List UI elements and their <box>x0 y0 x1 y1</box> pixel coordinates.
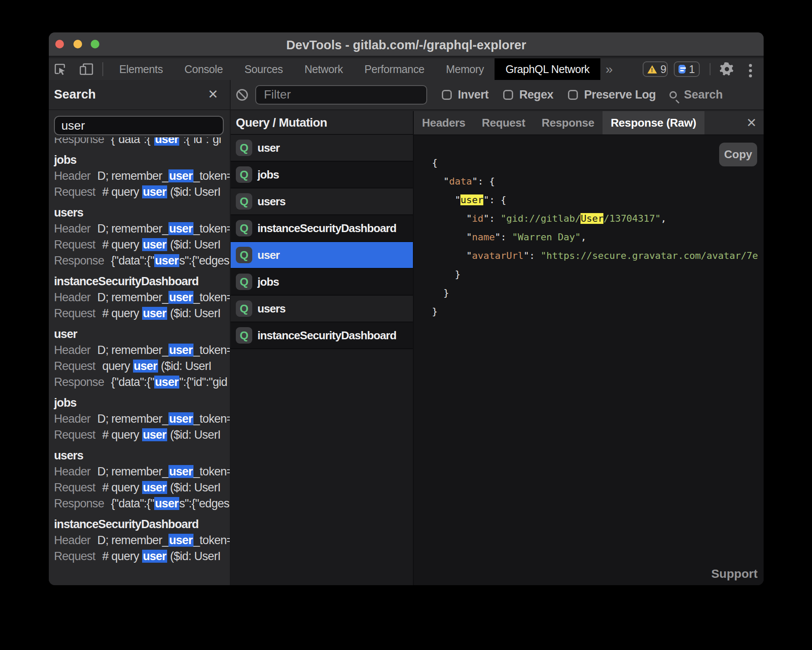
checkbox-box[interactable] <box>442 90 452 100</box>
result-group-title: instanceSecurityDashboard <box>54 516 230 532</box>
response-panel: HeadersRequestResponseResponse (Raw)✕ Co… <box>414 111 764 585</box>
result-line[interactable]: Request# query user ($id: UserI <box>54 548 230 564</box>
window-title: DevTools - gitlab.com/-/graphql-explorer <box>49 38 764 52</box>
tab-memory[interactable]: Memory <box>435 58 495 80</box>
response-close-icon[interactable]: ✕ <box>746 111 757 134</box>
result-line-label: Response <box>54 497 104 510</box>
result-line[interactable]: Request# query user ($id: UserI <box>54 427 230 443</box>
messages-badge[interactable]: 1 <box>674 61 700 77</box>
result-line-label: Response <box>54 137 104 146</box>
result-line[interactable]: Response{"data":{"users":{"edges <box>54 496 230 512</box>
response-tab-request[interactable]: Request <box>474 111 533 134</box>
inspect-element-icon[interactable] <box>54 63 67 76</box>
result-line-value: D; remember_user_token=ey <box>97 291 230 304</box>
settings-gear-icon[interactable] <box>720 62 734 76</box>
filter-input[interactable] <box>255 85 427 105</box>
checkbox-regex[interactable]: Regex <box>503 88 553 102</box>
response-tab-response[interactable]: Response <box>533 111 603 134</box>
query-item-instanceSecurityDashboard[interactable]: QinstanceSecurityDashboard <box>231 215 413 242</box>
result-line[interactable]: HeaderD; remember_user_token=ey <box>54 411 230 427</box>
checkbox-box[interactable] <box>503 90 513 100</box>
tab-sources[interactable]: Sources <box>234 58 294 80</box>
json-view: { "data": { "user": { "id": "gid://gitla… <box>432 153 758 321</box>
result-line[interactable]: HeaderD; remember_user_token=ey <box>54 168 230 184</box>
result-line-label: Header <box>54 534 90 547</box>
result-line-label: Request <box>54 428 95 441</box>
result-line[interactable]: HeaderD; remember_user_token=ey <box>54 221 230 237</box>
result-line-value: {"data":{"user":{"id":"gid <box>111 376 227 389</box>
result-line-value: # query user ($id: UserI <box>102 550 221 563</box>
result-group-title: jobs <box>54 395 230 411</box>
tab-console[interactable]: Console <box>174 58 234 80</box>
result-line[interactable]: HeaderD; remember_user_token=ey <box>54 290 230 306</box>
result-line[interactable]: HeaderD; remember_user_token=ey <box>54 532 230 548</box>
result-line-value: query user ($id: UserI <box>102 360 212 373</box>
query-item-label: user <box>257 141 279 155</box>
more-tabs-icon[interactable]: » <box>600 58 613 80</box>
support-link[interactable]: Support <box>711 567 758 581</box>
search-panel-close-icon[interactable]: ✕ <box>208 87 218 102</box>
result-line-value: D; remember_user_token=ey <box>97 222 230 235</box>
result-line-label: Header <box>54 465 90 478</box>
result-line[interactable]: HeaderD; remember_user_token=ey <box>54 342 230 358</box>
devtools-main: Search ✕ Response{"data":{"user":{"id":"… <box>49 80 764 585</box>
query-item-label: instanceSecurityDashboard <box>257 329 396 342</box>
result-line[interactable]: HeaderD; remember_user_token=ey <box>54 464 230 480</box>
response-tab-response-raw-[interactable]: Response (Raw) <box>603 111 704 134</box>
query-badge-icon: Q <box>236 247 252 263</box>
response-tab-headers[interactable]: Headers <box>414 111 474 134</box>
query-item-user[interactable]: Quser <box>231 242 413 269</box>
tab-graphql-network[interactable]: GraphQL Network <box>495 58 600 80</box>
result-group: instanceSecurityDashboardHeaderD; rememb… <box>54 516 230 564</box>
devtools-window: DevTools - gitlab.com/-/graphql-explorer… <box>49 32 764 585</box>
result-line-label: Request <box>54 238 95 251</box>
clear-icon[interactable] <box>236 89 248 101</box>
tab-network[interactable]: Network <box>294 58 354 80</box>
tab-elements[interactable]: Elements <box>108 58 174 80</box>
result-line[interactable]: Requestquery user ($id: UserI <box>54 358 230 374</box>
search-input-row <box>49 110 230 137</box>
result-line-label: Header <box>54 412 90 425</box>
result-line-label: Response <box>54 376 104 389</box>
result-line[interactable]: Request# query user ($id: UserI <box>54 237 230 253</box>
result-line[interactable]: Response{"data":{"user":{"id":"gid <box>54 374 230 390</box>
checkbox-label: Preserve Log <box>584 88 656 102</box>
result-line-label: Request <box>54 481 95 494</box>
query-item-jobs[interactable]: Qjobs <box>231 269 413 296</box>
warnings-badge[interactable]: 9 <box>643 61 668 77</box>
result-line[interactable]: Request# query user ($id: UserI <box>54 306 230 322</box>
search-panel-title: Search <box>54 87 96 102</box>
device-toolbar-icon[interactable] <box>79 63 94 76</box>
more-options-icon[interactable] <box>749 62 752 80</box>
response-tabs: HeadersRequestResponseResponse (Raw)✕ <box>414 111 764 135</box>
query-item-jobs[interactable]: Qjobs <box>231 162 413 188</box>
query-item-users[interactable]: Qusers <box>231 188 413 215</box>
checkbox-invert[interactable]: Invert <box>442 88 488 102</box>
query-item-label: instanceSecurityDashboard <box>257 222 396 235</box>
query-item-user[interactable]: Quser <box>231 135 413 162</box>
toolbar-separator <box>102 62 103 76</box>
checkbox-preserve-log[interactable]: Preserve Log <box>568 88 656 102</box>
result-group: usersHeaderD; remember_user_token=eyRequ… <box>54 447 230 512</box>
result-line-label: Request <box>54 550 95 563</box>
result-line[interactable]: Request# query user ($id: UserI <box>54 184 230 200</box>
query-item-instanceSecurityDashboard[interactable]: QinstanceSecurityDashboard <box>231 322 413 349</box>
result-group: userHeaderD; remember_user_token=eyReque… <box>54 326 230 390</box>
checkbox-label: Invert <box>458 88 488 102</box>
query-item-users[interactable]: Qusers <box>231 296 413 322</box>
result-line-value: # query user ($id: UserI <box>102 428 221 441</box>
filter-search[interactable]: Search <box>669 88 723 102</box>
result-line-value: {"data":{"user":{"id":"gi <box>111 137 221 146</box>
search-panel-header: Search ✕ <box>49 80 230 110</box>
result-line[interactable]: Response{"data":{"user":{"id":"gi <box>54 137 230 147</box>
query-item-label: users <box>257 302 285 315</box>
search-input[interactable] <box>54 116 224 135</box>
result-line[interactable]: Request# query user ($id: UserI <box>54 480 230 496</box>
checkbox-label: Regex <box>519 88 553 102</box>
result-line-value: D; remember_user_token=ey <box>97 344 230 357</box>
search-results: Response{"data":{"user":{"id":"gijobsHea… <box>49 137 230 585</box>
tab-performance[interactable]: Performance <box>354 58 435 80</box>
result-line[interactable]: Response{"data":{"users":{"edges <box>54 253 230 269</box>
checkbox-box[interactable] <box>568 90 578 100</box>
result-group-title: users <box>54 204 230 221</box>
